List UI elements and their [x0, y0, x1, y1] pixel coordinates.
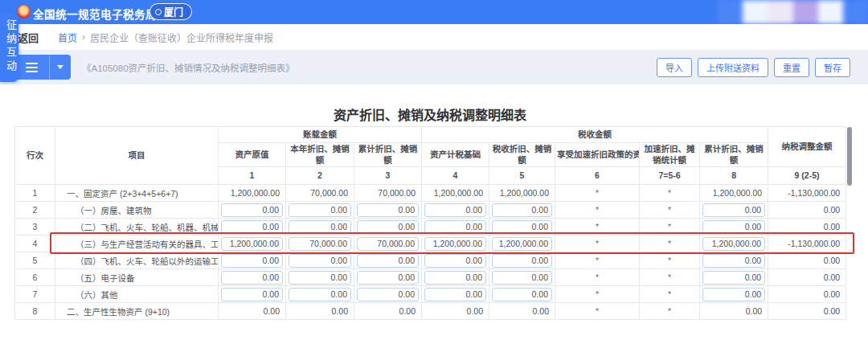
reset-button[interactable]: 重置 [774, 58, 809, 77]
asterisk-cell: * [640, 185, 700, 202]
amount-input[interactable] [357, 254, 419, 268]
amount-input[interactable] [357, 288, 419, 301]
menu-dropdown-toggle[interactable] [50, 55, 71, 80]
amount-cell [489, 202, 555, 219]
asterisk-cell: * [555, 185, 640, 202]
amount-text: -1,130,000.00 [768, 236, 846, 252]
amount-input[interactable] [702, 288, 765, 301]
amount-input[interactable] [702, 254, 765, 268]
amount-input[interactable] [424, 237, 486, 251]
amount-input[interactable] [424, 288, 486, 301]
table-scrollbar-thumb[interactable] [847, 127, 852, 186]
amount-input[interactable] [289, 288, 351, 301]
depreciation-table: 行次 项目 账载金额 税收金额 纳税调整金额 资产原值 本年折旧、摊销额 累计折… [14, 126, 846, 320]
amount-input[interactable] [221, 288, 283, 301]
amount-cell [354, 219, 422, 236]
amount-input[interactable] [357, 203, 419, 217]
amount-cell [219, 252, 286, 269]
amount-input[interactable] [702, 220, 765, 234]
amount-input[interactable] [492, 288, 552, 301]
amount-cell [700, 219, 768, 236]
amount-input[interactable] [289, 254, 351, 268]
upload-attachments-button[interactable]: 上传附送资料 [698, 58, 768, 77]
table-row: 8二、生产性生物资产 (9+10)0.000.000.000.000.00**0… [15, 303, 846, 320]
amount-cell [219, 219, 286, 236]
amount-input[interactable] [702, 237, 765, 251]
header-widgets-blurred [718, 0, 868, 24]
form-menu-button[interactable] [14, 55, 71, 80]
amount-input[interactable] [357, 271, 419, 285]
row-item-label: 一、固定资产 (2+3+4+5+6+7) [55, 185, 219, 202]
amount-input[interactable] [221, 271, 283, 285]
row-number: 1 [15, 185, 55, 202]
amount-input[interactable] [702, 271, 765, 285]
amount-input[interactable] [221, 203, 283, 217]
col-number: 5 [489, 167, 555, 185]
amount-cell [700, 269, 768, 286]
amount-input[interactable] [424, 254, 486, 268]
col-header: 资产计税基础 [422, 143, 489, 167]
asterisk-cell: * [555, 236, 640, 252]
table-row: 5（四）飞机、火车、轮船以外的运输工具**0.00 [15, 252, 846, 269]
col-header-item: 项目 [55, 127, 219, 185]
row-number: 7 [15, 286, 55, 303]
amount-cell [422, 219, 489, 236]
amount-cell [489, 252, 555, 269]
asterisk-cell: * [555, 269, 640, 286]
amount-input[interactable] [289, 220, 351, 234]
back-button[interactable]: 返回 [18, 30, 39, 45]
table-row: 4（三）与生产经营活动有关的器具、工具、家具等**-1,130,000.00 [15, 236, 846, 252]
amount-cell [219, 286, 286, 303]
col-number: 9 (2-5) [768, 167, 846, 185]
col-header: 累计折旧、摊销额 [700, 143, 768, 167]
amount-input[interactable] [289, 237, 351, 251]
amount-cell [489, 286, 555, 303]
amount-cell [286, 286, 354, 303]
amount-input[interactable] [424, 220, 486, 234]
col-number: 6 [555, 167, 640, 185]
amount-input[interactable] [492, 271, 552, 285]
breadcrumb-home-link[interactable]: 首页 [58, 31, 77, 44]
asterisk-cell: * [555, 303, 640, 320]
amount-text: 0.00 [422, 303, 489, 320]
row-item-label: （六）其他 [55, 286, 219, 303]
row-item-label: （二）飞机、火车、轮船、机器、机械和其他生产设备 [55, 219, 219, 236]
amount-input[interactable] [289, 203, 351, 217]
amount-input[interactable] [424, 203, 486, 217]
hamburger-icon[interactable] [14, 55, 50, 80]
amount-text: 70,000.00 [286, 185, 354, 202]
amount-input[interactable] [357, 237, 419, 251]
col-number: 2 [286, 167, 354, 185]
group-header-tax-amount: 税收金额 [422, 127, 768, 143]
amount-input[interactable] [221, 220, 283, 234]
col-header: 享受加速折旧政策的资产... [555, 143, 640, 167]
sheet-title: 资产折旧、摊销及纳税调整明细表 [14, 104, 845, 124]
save-draft-button[interactable]: 暂存 [815, 58, 850, 77]
location-badge[interactable]: 厦门 [149, 3, 192, 20]
amount-input[interactable] [492, 237, 552, 251]
blur-block [793, 0, 818, 24]
amount-input[interactable] [221, 254, 283, 268]
asterisk-cell: * [555, 219, 640, 236]
amount-cell [219, 202, 286, 219]
amount-input[interactable] [492, 220, 552, 234]
amount-input[interactable] [492, 254, 552, 268]
amount-text: 0.00 [768, 286, 846, 303]
amount-input[interactable] [289, 271, 351, 285]
form-name-label: 《A105080资产折旧、摊销情况及纳税调整明细表》 [82, 50, 295, 84]
import-button[interactable]: 导入 [657, 58, 692, 77]
amount-input[interactable] [221, 237, 283, 251]
amount-input[interactable] [492, 203, 552, 217]
amount-cell [354, 286, 422, 303]
form-toolbar: 《A105080资产折旧、摊销情况及纳税调整明细表》 导入 上传附送资料 重置 … [0, 50, 868, 84]
amount-input[interactable] [357, 220, 419, 234]
side-tab-interaction[interactable]: 征纳互动 [0, 13, 18, 82]
amount-text: 0.00 [286, 303, 354, 320]
amount-cell [489, 236, 555, 252]
amount-input[interactable] [424, 271, 486, 285]
amount-cell [422, 269, 489, 286]
amount-cell [489, 269, 555, 286]
amount-cell [422, 236, 489, 252]
amount-cell [286, 269, 354, 286]
amount-input[interactable] [702, 203, 765, 217]
